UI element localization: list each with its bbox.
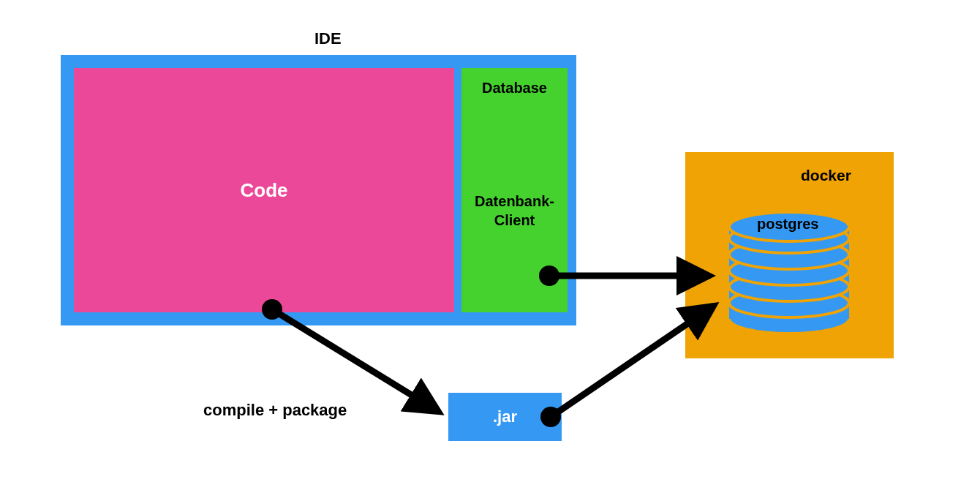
- docker-label: docker: [801, 167, 851, 184]
- code-label: Code: [241, 179, 288, 202]
- postgres-label: postgres: [757, 216, 818, 233]
- jar-label: .jar: [493, 407, 517, 426]
- ide-container: Code Database Datenbank-Client: [61, 55, 576, 325]
- jar-box: .jar: [448, 393, 562, 441]
- code-box: Code: [74, 68, 454, 312]
- compile-package-label: compile + package: [203, 401, 347, 420]
- database-client-label: Datenbank-Client: [461, 192, 568, 230]
- ide-title-label: IDE: [314, 29, 342, 48]
- database-label: Database: [461, 80, 568, 97]
- database-client-box: Database Datenbank-Client: [461, 68, 568, 312]
